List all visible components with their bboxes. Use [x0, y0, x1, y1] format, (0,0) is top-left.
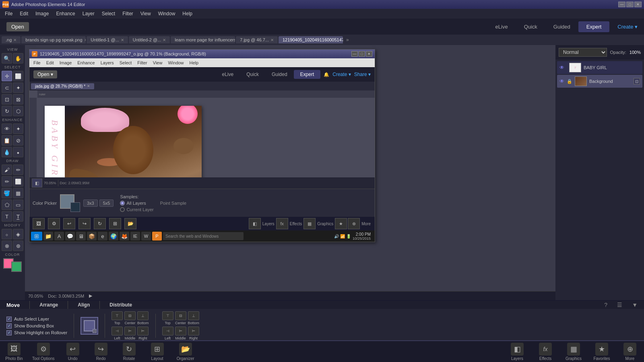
- tab-expert[interactable]: Expert: [578, 21, 610, 32]
- doc-tab-6[interactable]: 7.jpg @ 46.7... ✕: [236, 36, 278, 43]
- taskbar-ie[interactable]: IE: [130, 232, 140, 241]
- more-icon-btn[interactable]: ⊕: [348, 218, 360, 229]
- align-top-btn[interactable]: ⊤: [111, 311, 123, 320]
- type-tool[interactable]: T: [2, 211, 12, 222]
- align-middle-btn[interactable]: ⊢: [124, 327, 136, 335]
- paint-bucket-tool[interactable]: 🪣: [2, 188, 12, 198]
- photo-options-btn[interactable]: 🖼: [33, 218, 45, 229]
- inner-menu-filter[interactable]: Filter: [135, 60, 149, 66]
- rotate-tool[interactable]: ↻ Rotate: [119, 343, 139, 361]
- quick-select-tool[interactable]: ✦: [13, 82, 23, 93]
- highlight-rollover-checkbox[interactable]: ✓: [6, 330, 12, 335]
- align-left-btn[interactable]: ⊣: [111, 327, 123, 335]
- tab-elive[interactable]: eLive: [487, 21, 516, 32]
- dist-center-btn[interactable]: ⊟: [175, 311, 186, 320]
- dist-bottom-btn[interactable]: ⊥: [188, 311, 199, 320]
- photo-bin-tool[interactable]: 🖼 Photo Bin: [4, 343, 24, 361]
- dist-middle-btn[interactable]: ⊢: [175, 327, 186, 335]
- layout-tool[interactable]: ⊞ Layout: [147, 343, 167, 361]
- effects-icon-btn[interactable]: fx: [276, 218, 288, 229]
- align-center-btn[interactable]: ⊟: [124, 311, 136, 320]
- menu-help[interactable]: Help: [179, 10, 196, 17]
- organizer-tool[interactable]: 📂 Organizer: [175, 343, 196, 361]
- inner-minimize[interactable]: —: [351, 51, 358, 57]
- marquee-tool[interactable]: ⬜: [13, 71, 23, 81]
- inner-menu-enhance[interactable]: Enhance: [75, 60, 97, 66]
- doc-tab-2[interactable]: brands sign up pg speak.png ✕: [21, 36, 86, 43]
- menu-view[interactable]: View: [137, 10, 154, 17]
- impressionist-tool[interactable]: ✏: [13, 165, 23, 175]
- layers-btn[interactable]: ◧: [32, 179, 42, 187]
- layers-tool[interactable]: ◧ Layers: [507, 343, 527, 361]
- zoom-tool[interactable]: 🔍: [2, 53, 12, 64]
- inner-menu-help[interactable]: Help: [187, 60, 201, 66]
- doc-tab-7[interactable]: 12190405_10204911600051470_...o.jpg @ 70…: [279, 36, 343, 43]
- taskbar-word[interactable]: W: [141, 232, 151, 241]
- menu-window[interactable]: Window: [155, 10, 179, 17]
- rotate-tool[interactable]: ↻: [2, 106, 12, 116]
- win-start-btn[interactable]: ⊞: [31, 232, 42, 241]
- close-button[interactable]: ✕: [634, 2, 642, 7]
- tab-close-6[interactable]: ✕: [270, 38, 274, 42]
- inner-menu-file[interactable]: File: [31, 60, 43, 66]
- blur-tool[interactable]: 💧: [2, 147, 12, 157]
- layer-baby-girl[interactable]: 👁 T BABY GIRL: [557, 61, 642, 74]
- menu-layer[interactable]: Layer: [79, 10, 98, 17]
- inner-menu-select[interactable]: Select: [117, 60, 134, 66]
- doc-tab-1[interactable]: .ng ✕: [2, 36, 21, 43]
- create-button[interactable]: Create ▾: [617, 24, 638, 30]
- undo-btn[interactable]: ↩: [63, 218, 75, 229]
- redo-tool[interactable]: ↪ Redo: [91, 343, 111, 361]
- inner-tab-elive[interactable]: eLive: [216, 70, 240, 79]
- options-menu-icon[interactable]: ☰: [617, 302, 622, 308]
- effects-tool[interactable]: fx Effects: [535, 343, 555, 361]
- graphics-tool[interactable]: ▦ Graphics: [564, 343, 584, 361]
- favorites-tool[interactable]: ★ Favorites: [592, 343, 612, 361]
- inner-share-button[interactable]: Share ▾: [354, 72, 371, 77]
- liquify-tool[interactable]: ◈: [13, 229, 23, 239]
- options-help-icon[interactable]: ?: [604, 302, 607, 308]
- menu-filter[interactable]: Filter: [119, 10, 136, 17]
- more-tool[interactable]: ⊕ More: [620, 343, 640, 361]
- all-layers-radio[interactable]: [120, 201, 125, 206]
- background-color[interactable]: [11, 261, 22, 272]
- eraser-tool[interactable]: ⬜: [13, 176, 23, 187]
- undo-tool[interactable]: ↩ Undo: [63, 343, 83, 361]
- rotate-btn-inner[interactable]: ↻: [94, 218, 106, 229]
- align-right-btn[interactable]: ⊢: [137, 327, 149, 335]
- crop-tool[interactable]: ⊡: [2, 94, 12, 105]
- inner-menu-window[interactable]: Window: [165, 60, 186, 66]
- tab-overflow[interactable]: »: [344, 37, 351, 43]
- auto-select-checkbox[interactable]: ✓: [6, 317, 12, 322]
- inner-tab-close[interactable]: ✕: [87, 84, 90, 88]
- hand-tool[interactable]: ✋: [13, 53, 23, 64]
- doc-tab-5[interactable]: learn more page for influencers.psd ✕: [171, 36, 235, 43]
- custom-shape-tool[interactable]: ⬠: [2, 200, 12, 210]
- brush-size-3x3[interactable]: 3x3: [83, 200, 98, 207]
- options-collapse-icon[interactable]: ▼: [632, 302, 638, 308]
- doc-tab-3[interactable]: Untitled-1 @... ✕: [87, 36, 128, 43]
- taskbar-explorer[interactable]: 📁: [43, 232, 53, 241]
- graphics-icon-btn[interactable]: ▦: [303, 218, 316, 229]
- move-tool[interactable]: ✛: [2, 71, 12, 81]
- eye-tool[interactable]: 👁: [2, 123, 12, 134]
- blend-mode-dropdown[interactable]: Normal Dissolve Multiply Screen Overlay: [559, 48, 607, 57]
- bounding-box-checkbox[interactable]: ✓: [6, 323, 12, 329]
- sharpen-tool[interactable]: ⬥: [13, 147, 23, 157]
- tool-options-tool[interactable]: ⚙ Tool Options: [32, 343, 55, 361]
- inner-open-button[interactable]: Open ▾: [33, 70, 57, 78]
- inner-tab-guided[interactable]: Guided: [265, 70, 294, 79]
- shape-tool[interactable]: ▭: [13, 200, 23, 210]
- transform-tool[interactable]: ⊠: [13, 94, 23, 105]
- status-arrow[interactable]: ▶: [89, 293, 92, 298]
- inner-create-button[interactable]: Create ▾: [332, 72, 351, 77]
- inner-doc-tab[interactable]: jada.jpg @ 28.7% (RGB/8) * ✕: [31, 83, 94, 89]
- dist-left-btn[interactable]: ⊣: [162, 327, 173, 335]
- menu-enhance[interactable]: Enhance: [53, 10, 78, 17]
- taskbar-pse-active[interactable]: P: [152, 232, 162, 241]
- menu-image[interactable]: Image: [32, 10, 52, 17]
- layer-background[interactable]: 👁 🔒 Background ⊡: [557, 75, 642, 88]
- type-mask-tool[interactable]: T̲: [13, 211, 23, 222]
- pencil-tool[interactable]: ✏: [2, 176, 12, 187]
- lasso-tool[interactable]: ⊂: [2, 82, 12, 93]
